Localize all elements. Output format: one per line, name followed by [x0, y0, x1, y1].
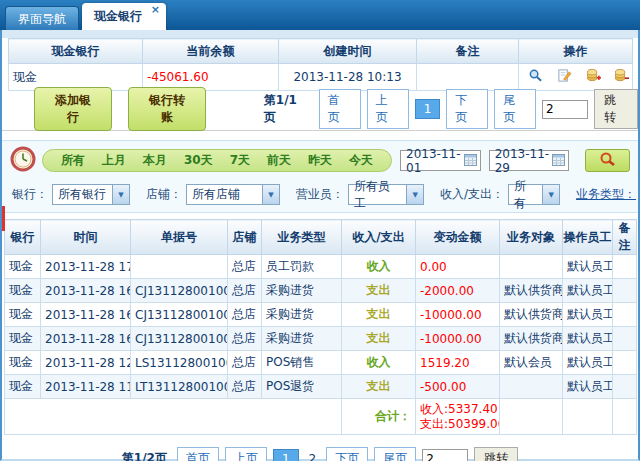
bank-filter: 银行： 所有银行 ▼: [10, 184, 130, 205]
calendar-icon[interactable]: [552, 153, 565, 169]
cell-staff: 默认员工: [563, 255, 613, 279]
table-row: 现金 2013-11-28 12:23 LS1311280010002 总店 P…: [5, 351, 637, 375]
jump-page-input[interactable]: [542, 100, 588, 119]
tab-label: 界面导航: [18, 12, 66, 26]
cell-direction: 收入: [342, 255, 416, 279]
bank-select-value: 所有银行: [58, 186, 106, 203]
shop-select[interactable]: 所有店铺 ▼: [186, 184, 280, 205]
accounts-toolbar: 添加银行 银行转账 第1/1页 首页 上页 1 下页 尾页 跳转: [2, 91, 638, 127]
cell-doc: [131, 255, 228, 279]
cell-staff: 默认员工: [563, 351, 613, 375]
page-number-1[interactable]: 1: [273, 449, 299, 461]
table-row: 现金 2013-11-28 17:18 总店 员工罚款 收入 0.00 默认员工: [5, 255, 637, 279]
jump-page-input[interactable]: [422, 449, 468, 461]
totals-amounts: 收入:5337.40 支出:50399.00: [416, 399, 500, 435]
empty-cell: [563, 399, 613, 435]
tab-cash-bank[interactable]: 现金银行 ×: [82, 3, 166, 30]
chevron-down-icon: ▼: [542, 185, 559, 204]
cell-shop: 总店: [228, 279, 262, 303]
cell-direction: 收入: [342, 351, 416, 375]
cell-time: 2013-11-28 17:18: [41, 255, 131, 279]
cell-time: 2013-11-28 16:14: [41, 303, 131, 327]
page-info: 第1/1页: [264, 92, 309, 126]
cell-remark: [613, 375, 637, 399]
cell-remark: [613, 351, 637, 375]
cell-object: 默认供货商: [500, 303, 563, 327]
staff-filter-label: 营业员：: [296, 186, 344, 203]
deposit-icon[interactable]: [586, 68, 601, 86]
date-from-input[interactable]: 2013-11-01: [400, 150, 481, 171]
inout-select[interactable]: 所有 ▼: [508, 184, 560, 205]
bank-select[interactable]: 所有银行 ▼: [52, 184, 130, 205]
col-op-staff: 操作员工: [563, 220, 613, 255]
next-page-button[interactable]: 下页: [446, 89, 488, 129]
cell-time: 2013-11-28 11:46: [41, 375, 131, 399]
range-day-before[interactable]: 前天: [267, 152, 291, 169]
prev-page-button[interactable]: 上页: [367, 89, 409, 129]
page-number-1[interactable]: 1: [415, 99, 441, 119]
tab-interface-nav[interactable]: 界面导航: [5, 6, 79, 30]
staff-select[interactable]: 所有员工 ▼: [348, 184, 424, 205]
col-created: 创建时间: [279, 39, 417, 64]
view-icon[interactable]: [528, 68, 543, 86]
cell-object: 默认供货商: [500, 279, 563, 303]
table-row: 现金 2013-11-28 16:15 CJ1311280010006 总店 采…: [5, 279, 637, 303]
cell-bank: 现金: [5, 303, 41, 327]
col-amount: 变动金额: [416, 220, 500, 255]
jump-button[interactable]: 跳转: [474, 447, 518, 461]
cell-direction: 支出: [342, 303, 416, 327]
accounts-header-row: 现金银行 当前余额 创建时间 备注 操作: [9, 39, 633, 64]
range-7-days[interactable]: 7天: [230, 152, 250, 169]
cell-object: [500, 375, 563, 399]
cell-shop: 总店: [228, 255, 262, 279]
cell-type: 采购进货: [262, 327, 342, 351]
cell-amount: -500.00: [416, 375, 500, 399]
bank-transfer-button[interactable]: 银行转账: [128, 87, 206, 131]
cell-amount: 1519.20: [416, 351, 500, 375]
date-from-value: 2013-11-01: [406, 147, 461, 175]
total-income: 收入:5337.40: [420, 402, 495, 417]
transactions-table: 银行 时间 单据号 店铺 业务类型 收入/支出 变动金额 业务对象 操作员工 备…: [4, 219, 637, 435]
search-button[interactable]: [585, 149, 630, 172]
first-page-button[interactable]: 首页: [319, 89, 361, 129]
calendar-icon[interactable]: [464, 153, 477, 169]
range-all[interactable]: 所有: [61, 152, 85, 169]
first-page-button[interactable]: 首页: [177, 447, 219, 461]
add-bank-button[interactable]: 添加银行: [34, 87, 112, 131]
pagination-bottom: 第1/2页 首页 上页 1 2 下页 尾页 跳转: [2, 447, 638, 461]
range-yesterday[interactable]: 昨天: [308, 152, 332, 169]
cell-object: [500, 255, 563, 279]
col-operations: 操作: [519, 39, 633, 64]
range-this-month[interactable]: 本月: [143, 152, 167, 169]
jump-button[interactable]: 跳转: [594, 89, 638, 129]
col-biz-type: 业务类型: [262, 220, 342, 255]
cell-remark: [613, 279, 637, 303]
cell-staff: 默认员工: [563, 279, 613, 303]
cell-type: 采购进货: [262, 303, 342, 327]
inout-filter: 收入/支出： 所有 ▼: [438, 184, 560, 205]
withdraw-icon[interactable]: [614, 68, 629, 86]
chevron-down-icon: ▼: [406, 185, 423, 204]
cell-doc: CJ1311280010006: [131, 279, 228, 303]
cell-doc: LS1311280010002: [131, 351, 228, 375]
last-page-button[interactable]: 尾页: [374, 447, 416, 461]
cell-direction: 支出: [342, 375, 416, 399]
range-30-days[interactable]: 30天: [184, 152, 213, 169]
range-last-month[interactable]: 上月: [102, 152, 126, 169]
date-to-input[interactable]: 2013-11-29: [489, 150, 570, 171]
biztype-filter-label[interactable]: 业务类型：: [576, 186, 636, 203]
next-page-button[interactable]: 下页: [326, 447, 368, 461]
bank-filter-label: 银行：: [12, 186, 48, 203]
table-row: 现金 2013-11-28 16:14 CJ1311280010005 总店 采…: [5, 303, 637, 327]
prev-page-button[interactable]: 上页: [225, 447, 267, 461]
account-created: 2013-11-28 10:13: [279, 64, 417, 91]
range-today[interactable]: 今天: [349, 152, 373, 169]
page-number-2[interactable]: 2: [305, 450, 321, 461]
last-page-button[interactable]: 尾页: [494, 89, 536, 129]
page-info: 第1/2页: [122, 450, 167, 461]
close-icon[interactable]: ×: [151, 4, 160, 15]
col-balance: 当前余额: [143, 39, 279, 64]
edit-icon[interactable]: [557, 68, 572, 86]
inout-select-value: 所有: [514, 178, 537, 212]
cell-shop: 总店: [228, 351, 262, 375]
